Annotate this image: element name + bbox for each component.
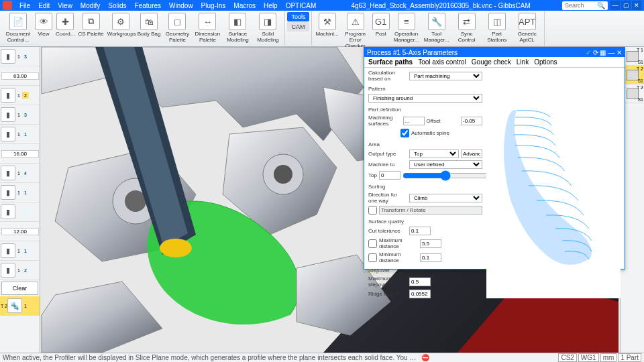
max-dist-checkbox[interactable] [368, 239, 377, 248]
machining-surfaces-btn[interactable] [403, 117, 425, 125]
badge: 3 [22, 53, 29, 60]
menu-features[interactable]: Features [131, 1, 164, 10]
tab-options[interactable]: Options [534, 58, 557, 66]
left-active-tool[interactable]: T 2 🔩 1 [0, 296, 40, 316]
menu-help[interactable]: Help [260, 1, 281, 10]
menu-opticam[interactable]: OPTICAM [282, 1, 320, 10]
ribbon-label: Coord... [56, 31, 74, 37]
left-tool-row[interactable]: ▮12 [0, 261, 40, 280]
left-tool-row[interactable]: ▮13 [0, 47, 40, 66]
status-parts[interactable]: 1 Part [618, 353, 641, 362]
menu-window[interactable]: Window [166, 1, 197, 10]
tool-value: 12.00 [1, 228, 39, 235]
ribbon-icon: ⧉ [83, 13, 100, 30]
offset-input[interactable] [461, 117, 482, 125]
minimize-button[interactable]: — [610, 1, 620, 10]
calc-select[interactable]: Part machining [409, 72, 482, 80]
status-wg[interactable]: WG1 [578, 353, 599, 362]
titlebar: File Edit View Modify Solids Features Wi… [0, 0, 644, 11]
ribbon-btn2-6[interactable]: ◫Part Stations [482, 12, 512, 50]
top-from-input[interactable] [379, 171, 400, 180]
max-step-input[interactable] [409, 278, 431, 286]
ribbon-btn-8[interactable]: ◧Surface Modeling [223, 12, 252, 44]
cut-tol-label: Cut tolerance [368, 228, 407, 234]
ribbon-icon: G1 [372, 13, 390, 30]
status-unit[interactable]: mm [600, 353, 617, 362]
ribbon-btn-7[interactable]: ↔Dimension Palette [193, 12, 222, 44]
output-type-select[interactable]: Top [409, 149, 459, 158]
dialog-refresh-icon[interactable]: ⟳ [593, 49, 598, 56]
ribbon-btn2-5[interactable]: ⇄Sync Control [452, 12, 482, 50]
top-label: Top [368, 172, 377, 178]
tab-link[interactable]: Link [517, 58, 529, 66]
ribbon-btn2-4[interactable]: 🔧Tool Manager... [422, 12, 451, 50]
badge: 2 [22, 267, 29, 274]
ribbon-label: CS Palette [78, 31, 103, 37]
ribbon-btn-9[interactable]: ◨Solid Modeling [253, 12, 282, 44]
left-tool-row[interactable]: ▮ [0, 202, 40, 222]
menu-modify[interactable]: Modify [77, 1, 103, 10]
machining-surfaces-label: Machining surfaces [368, 115, 401, 127]
ribbon-btn-3[interactable]: ⧉CS Palette [76, 12, 105, 44]
left-tool-row[interactable]: ▮11 [0, 125, 40, 144]
left-tool-row[interactable]: ▮13 [0, 105, 40, 125]
ribbon-btn2-7[interactable]: APTGeneric AptCL [513, 12, 542, 50]
max-dist-input[interactable] [420, 239, 441, 248]
pattern-select[interactable]: Finishing around [368, 94, 482, 103]
ribbon-btn-2[interactable]: ✚Coord... [54, 12, 76, 44]
ribbon-label: Dimension Palette [194, 31, 221, 43]
tab-surface-paths[interactable]: Surface paths [368, 58, 413, 66]
ribbon-tab-tools[interactable]: Tools [287, 12, 309, 21]
ribbon-icon: ◻ [168, 13, 186, 30]
dialog-close-icon[interactable]: ✕ [616, 49, 622, 56]
transform-checkbox[interactable] [368, 206, 377, 215]
tool-icon: ▮ [1, 127, 15, 141]
ribbon-btn2-2[interactable]: G1Post [371, 12, 391, 50]
ribbon-btn2-3[interactable]: ≡Operation Manager... [392, 12, 421, 50]
menu-solids[interactable]: Solids [105, 1, 129, 10]
stop-icon[interactable]: ⛔ [421, 354, 429, 361]
ribbon-btn-0[interactable]: 📄Document Control... [3, 12, 33, 44]
tool-icon: ▮ [1, 185, 15, 200]
status-cs[interactable]: CS2 [558, 353, 576, 362]
search-input[interactable] [565, 2, 595, 9]
left-tool-row[interactable]: ▮14 [0, 164, 40, 183]
direction-select[interactable]: Climb [409, 194, 482, 202]
menu-file[interactable]: File [16, 1, 34, 10]
search-box[interactable]: 🔍 [562, 1, 608, 10]
top-slider[interactable] [402, 172, 489, 179]
ribbon-btn-1[interactable]: 👁View [34, 12, 54, 44]
maximize-button[interactable]: ▢ [621, 1, 631, 10]
ribbon-btn2-1[interactable]: ⚠Program Error Checker [341, 12, 370, 50]
menu-plugins[interactable]: Plug-Ins [198, 1, 229, 10]
clear-button[interactable]: Clear [1, 282, 38, 295]
transform-btn [379, 206, 482, 215]
cut-tol-input[interactable] [409, 227, 431, 235]
left-tool-row[interactable]: ▮11 [0, 183, 40, 202]
ridge-input[interactable] [409, 290, 431, 298]
tool-icon: ▮ [1, 107, 15, 122]
menu-edit[interactable]: Edit [35, 1, 53, 10]
tab-tool-axis[interactable]: Tool axis control [418, 58, 466, 66]
menu-macros[interactable]: Macros [230, 1, 259, 10]
auto-spine-checkbox[interactable] [400, 129, 409, 137]
machine-to-select[interactable]: User defined [409, 160, 482, 169]
ribbon-btn2-0[interactable]: ⚒Machini... [314, 12, 339, 50]
dialog-minimize-icon[interactable]: — [608, 49, 614, 56]
ribbon-tab-cam[interactable]: CAM [287, 22, 309, 32]
advanced-btn[interactable] [461, 149, 482, 158]
left-tool-row[interactable]: ▮11 [0, 241, 40, 261]
ribbon-btn-6[interactable]: ◻Geometry Palette [162, 12, 192, 44]
tab-gouge[interactable]: Gouge check [472, 58, 511, 66]
min-dist-input[interactable] [420, 253, 441, 262]
close-button[interactable]: ✕ [632, 1, 641, 10]
left-tool-panel: ▮1363.00▮12▮13▮1116.00▮14▮11▮12.00▮11▮12… [0, 47, 40, 353]
min-dist-checkbox[interactable] [368, 253, 377, 262]
dialog-check-icon[interactable]: ✓ [586, 49, 591, 56]
menu-view[interactable]: View [54, 1, 76, 10]
search-icon[interactable]: 🔍 [597, 2, 605, 9]
left-tool-row[interactable]: ▮12 [0, 86, 40, 105]
ribbon-btn-5[interactable]: 🛍Body Bag [136, 12, 162, 44]
dialog-settings-icon[interactable]: ▦ [600, 49, 606, 56]
ribbon-btn-4[interactable]: ⚙Workgroups [106, 12, 136, 44]
